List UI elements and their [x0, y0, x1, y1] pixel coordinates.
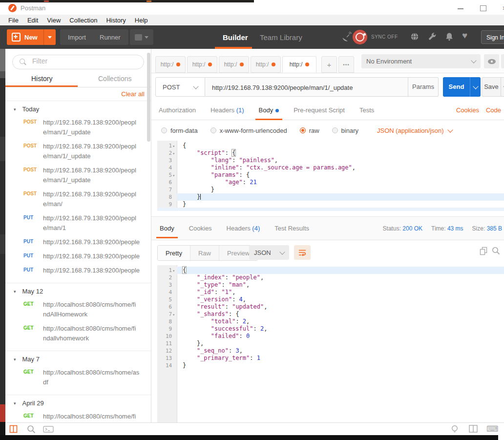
new-tab-button[interactable]: + — [321, 56, 337, 73]
code-line[interactable]: 3▾ "lang": "painless", — [157, 157, 504, 164]
save-options-caret[interactable] — [501, 77, 504, 97]
open-request-tab[interactable]: http:/ — [251, 56, 281, 73]
satellite-icon[interactable] — [341, 31, 352, 42]
menu-history[interactable]: History — [102, 17, 130, 24]
menu-view[interactable]: View — [42, 17, 65, 24]
history-item[interactable]: GET http://localhost:8080/cms/home/fi — [23, 412, 147, 421]
minimize-icon[interactable] — [455, 3, 466, 13]
code-line[interactable]: 4▾ "_id": "1", — [157, 289, 504, 296]
response-tab-test-results[interactable]: Test Results — [267, 219, 316, 238]
mode-form-data[interactable]: form-data — [161, 127, 198, 134]
mode-binary[interactable]: binary — [332, 127, 358, 134]
more-tabs-button[interactable]: ••• — [338, 56, 354, 73]
mode-x-www-form-urlencoded[interactable]: x-www-form-urlencoded — [210, 127, 287, 134]
history-group-header[interactable]: ▾May 12 — [14, 288, 151, 295]
code-line[interactable]: 1▾{ — [157, 267, 504, 274]
bell-icon[interactable] — [445, 32, 454, 41]
environment-preview-button[interactable] — [484, 54, 499, 68]
code-line[interactable]: 7▾ "_shards": { — [157, 311, 504, 318]
response-tab-headers[interactable]: Headers (4) — [219, 219, 268, 238]
tab-pre-request-script[interactable]: Pre-request Script — [286, 101, 352, 120]
code-line[interactable]: 10▾ "failed": 0 — [157, 333, 504, 340]
history-group-header[interactable]: ▾May 7 — [14, 356, 151, 363]
history-item[interactable]: POST http://192.168.79.138:9200/people/m… — [23, 142, 147, 161]
code-line[interactable]: 9▾ "successful": 2, — [157, 325, 504, 333]
response-tab-body[interactable]: Body — [152, 219, 182, 238]
history-item[interactable]: PUT http://192.168.79.138:9200/people — [23, 237, 147, 247]
method-select[interactable]: POST — [155, 77, 205, 97]
console-button[interactable] — [43, 426, 54, 433]
history-item[interactable]: POST http://192.168.79.138:9200/people/m… — [23, 166, 147, 185]
response-body-editor[interactable]: 1▾{ 2▾ "_index": "people", 3▾ "_type": "… — [151, 265, 504, 422]
environment-select[interactable]: No Environment — [361, 54, 481, 68]
menu-collection[interactable]: Collection — [65, 17, 102, 24]
code-line[interactable]: 7▾ } — [157, 186, 504, 193]
send-options-caret[interactable] — [470, 77, 481, 97]
new-collection-button[interactable] — [130, 29, 153, 45]
global-search-button[interactable] — [27, 425, 36, 434]
view-pretty[interactable]: Pretty — [158, 246, 190, 260]
history-item[interactable]: GET http://localhost:8080/cms/home/asdf — [23, 368, 147, 387]
new-dropdown-caret[interactable] — [43, 29, 56, 45]
close-icon[interactable]: ✕ — [499, 3, 504, 13]
content-type-select[interactable]: JSON (application/json) — [377, 127, 452, 134]
history-group-header[interactable]: ▾Today — [14, 105, 151, 113]
history-item[interactable]: POST http://192.168.79.138:9200/people/m… — [23, 189, 147, 209]
search-response-button[interactable] — [492, 247, 500, 255]
url-input[interactable] — [205, 78, 407, 97]
copy-response-button[interactable] — [480, 247, 487, 255]
tab-builder[interactable]: Builder — [221, 33, 250, 42]
sign-in-button[interactable]: Sign In — [481, 30, 504, 44]
response-tab-cookies[interactable]: Cookies — [182, 219, 219, 238]
menu-edit[interactable]: Edit — [23, 17, 42, 24]
two-pane-view-button[interactable] — [469, 425, 478, 433]
code-line[interactable]: 1▾{ — [157, 142, 504, 149]
history-item[interactable]: GET http://localhost:8080/cms/home/findA… — [23, 300, 147, 319]
globe-icon[interactable] — [410, 32, 419, 41]
filter-input[interactable] — [31, 57, 136, 65]
hints-button[interactable] — [451, 425, 458, 434]
menu-help[interactable]: Help — [130, 17, 152, 24]
code-line[interactable]: 2▾ "script": { — [157, 149, 504, 157]
history-item[interactable]: PUT http://192.168.79.138:9200/people/ma… — [23, 213, 147, 233]
import-button[interactable]: Import — [60, 29, 94, 45]
response-format-select[interactable]: JSON — [249, 245, 289, 260]
wrap-lines-button[interactable] — [294, 245, 311, 260]
environment-settings-button[interactable]: ⚙ — [501, 54, 504, 68]
menu-file[interactable]: File — [4, 17, 23, 24]
code-line[interactable]: 11▾ }, — [157, 340, 504, 347]
code-line[interactable]: 8▾ } — [157, 193, 504, 201]
code-line[interactable]: 14▾} — [157, 362, 504, 369]
code-line[interactable]: 6▾ "result": "updated", — [157, 303, 504, 311]
maximize-icon[interactable] — [478, 3, 488, 13]
open-request-tab[interactable]: http:/ — [187, 56, 217, 73]
open-request-tab[interactable]: http:/ — [219, 56, 249, 73]
new-button[interactable]: New — [7, 29, 56, 45]
params-button[interactable]: Params — [408, 77, 439, 97]
view-raw[interactable]: Raw — [190, 246, 219, 260]
tab-tests[interactable]: Tests — [352, 101, 381, 120]
sync-icon[interactable] — [353, 30, 367, 44]
open-request-tab[interactable]: http:/ — [155, 56, 186, 73]
history-group-header[interactable]: ▾April 29 — [14, 399, 151, 407]
tab-body[interactable]: Body — [252, 101, 287, 120]
mode-raw[interactable]: raw — [300, 127, 319, 134]
code-line[interactable]: 4▾ "inline": "ctx._source.age = params.a… — [157, 164, 504, 171]
link-code[interactable]: Code — [486, 106, 501, 114]
tab-headers[interactable]: Headers (1) — [203, 101, 252, 120]
code-line[interactable]: 2▾ "_index": "people", — [157, 274, 504, 281]
code-line[interactable]: 6▾ "age": 21 — [157, 179, 504, 186]
filter-box[interactable] — [12, 55, 144, 69]
code-line[interactable]: 5▾ "params": { — [157, 171, 504, 179]
link-cookies[interactable]: Cookies — [456, 106, 479, 114]
code-line[interactable]: 3▾ "_type": "man", — [157, 281, 504, 289]
shortcuts-button[interactable]: ⌨ — [486, 424, 499, 434]
send-button[interactable]: Send — [443, 77, 481, 97]
tab-team-library[interactable]: Team Library — [258, 33, 304, 42]
heart-icon[interactable]: ♥ — [462, 30, 467, 41]
request-body-editor[interactable]: 1▾{ 2▾ "script": { 3▾ "lang": "painless"… — [151, 141, 504, 211]
code-line[interactable]: 8▾ "total": 2, — [157, 318, 504, 325]
history-item[interactable]: PUT http://192.168.79.138:9200/people — [23, 251, 147, 261]
code-line[interactable]: 13▾ "_primary_term": 1 — [157, 355, 504, 362]
runner-button[interactable]: Runner — [92, 29, 128, 45]
